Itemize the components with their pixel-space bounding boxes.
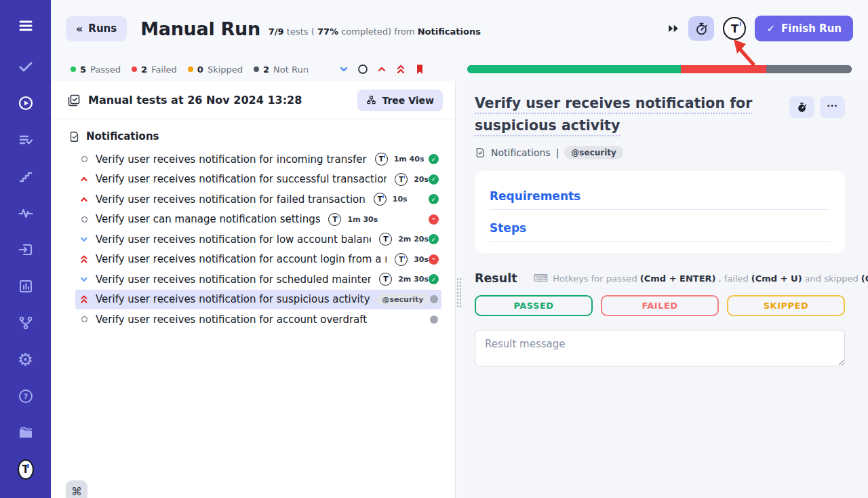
fast-forward-icon[interactable] [667,23,679,34]
priority-icon [79,295,89,303]
status-badge [430,295,438,303]
help-icon[interactable]: ? [18,388,34,404]
security-tag: @security [564,146,623,159]
status-badge [429,194,439,204]
chevron-up-icon[interactable] [376,64,387,75]
folder-icon[interactable] [18,425,34,441]
brand-logo-icon[interactable]: T [18,461,34,478]
status-badge [429,234,439,244]
folder-row-notifications[interactable]: Notifications [51,126,455,147]
test-row[interactable]: Verify user receives notification for ac… [75,309,441,330]
app-sidebar: ⚙ ? T [0,0,51,498]
command-shortcut-button[interactable]: ⌘ [66,480,87,498]
result-message-input[interactable] [475,330,845,366]
test-duration: 1m 30s [347,215,378,224]
test-title: Verify user receives notification for fa… [96,193,366,206]
breadcrumb-separator: | [556,147,559,158]
pulse-icon[interactable] [18,205,34,221]
run-checklist-icon [67,94,81,107]
status-dot [254,66,259,72]
status-badge [429,254,439,265]
test-tag: @security [376,293,430,305]
tree-view-label: Tree View [382,95,434,106]
list-check-icon[interactable] [18,132,34,148]
stopwatch-filled-icon [796,102,808,113]
main-area: « Runs Manual Run 7/9 tests ( 77% comple… [51,0,868,498]
priority-icon [79,235,89,244]
skipped-count: 0Skipped [188,64,243,75]
status-badge [429,174,439,185]
status-dot [188,66,193,72]
testomat-logo-icon: T [379,233,392,246]
skipped-button[interactable]: SKIPPED [727,295,845,316]
drag-handle[interactable] [456,277,461,309]
bookmark-icon[interactable] [414,64,425,75]
chevrons-left-icon: « [76,22,83,35]
test-row[interactable]: Verify user receives notification for sc… [75,269,441,290]
account-logo-icon[interactable]: T [723,17,746,40]
panel-divider[interactable] [456,81,462,498]
test-duration: 30s [414,255,429,264]
test-row[interactable]: Verify user receives notification for ac… [75,250,441,270]
detail-timer-button[interactable] [789,96,814,118]
test-row[interactable]: Verify user can manage notification sett… [75,210,441,230]
result-header: Result ⌨ Hotkeys for passed (Cmd + ENTER… [475,271,845,285]
breadcrumb-folder[interactable]: Notifications [491,147,551,158]
tree-icon [366,95,376,105]
test-row[interactable]: Verify user receives notification for lo… [75,229,441,250]
tests-check-icon[interactable] [18,58,34,75]
passed-button[interactable]: PASSED [475,295,593,316]
chevron-down-icon[interactable] [338,64,349,75]
section-divider [490,241,830,242]
status-counts: 5Passed 2Failed 0Skipped 2Not Run [71,64,309,75]
progress-segment [467,65,681,73]
test-detail-title[interactable]: Verify user receives notification for su… [475,92,799,137]
runs-play-circle-icon[interactable] [18,95,34,111]
settings-gear-icon[interactable]: ⚙ [18,351,34,368]
result-heading: Result [475,271,517,285]
test-row[interactable]: Verify user receives notification for in… [75,149,441,170]
back-to-runs-button[interactable]: « Runs [66,16,127,41]
priority-icon [79,216,89,223]
circle-icon[interactable] [357,64,368,75]
chevrons-up-icon[interactable] [395,64,406,75]
failed-button[interactable]: FAILED [601,295,719,316]
testomat-logo-icon: T [375,153,388,166]
timer-button[interactable] [688,16,714,41]
tree-view-button[interactable]: Tree View [357,90,443,111]
testomat-logo-icon: T [379,273,392,286]
test-title: Verify user can manage notification sett… [96,213,320,225]
result-buttons: PASSED FAILED SKIPPED [475,295,845,316]
test-row[interactable]: Verify user receives notification for su… [75,290,441,310]
test-row[interactable]: Verify user receives notification for fa… [75,189,441,210]
test-duration: 10s [393,195,408,204]
hotkeys-hint: ⌨ Hotkeys for passed (Cmd + ENTER) , fai… [534,272,868,284]
notrun-count: 2Not Run [254,64,309,75]
finish-run-button[interactable]: ✓ Finish Run [755,16,853,41]
test-duration: 20s [414,175,429,184]
testomat-logo-icon: T [374,193,387,206]
test-title: Verify user receives notification for ac… [96,253,387,265]
topbar: « Runs Manual Run 7/9 tests ( 77% comple… [51,0,868,57]
branch-icon[interactable] [18,315,34,331]
test-row[interactable]: Verify user receives notification for su… [75,170,441,190]
test-sections-card: Requirements Steps [475,171,845,253]
test-title: Verify user receives notification for su… [96,173,387,185]
import-icon[interactable] [18,242,34,258]
steps-section-link[interactable]: Steps [490,221,526,235]
document-check-icon [68,131,80,142]
analytics-chart-icon[interactable] [18,278,34,294]
status-badge [429,214,439,225]
failed-count: 2Failed [132,64,177,75]
passed-count: 5Passed [71,64,121,75]
requirements-section-link[interactable]: Requirements [490,189,580,203]
menu-icon[interactable] [18,18,34,34]
test-rows: Verify user receives notification for in… [51,149,455,330]
section-divider [490,209,830,210]
svg-text:?: ? [23,392,27,401]
steps-icon[interactable] [18,168,34,185]
testomat-logo-icon: T [328,213,341,226]
test-title: Verify user receives notification for sc… [96,273,371,286]
more-options-button[interactable]: ⋯ [820,96,845,118]
test-duration: 2m 30s [398,275,429,284]
